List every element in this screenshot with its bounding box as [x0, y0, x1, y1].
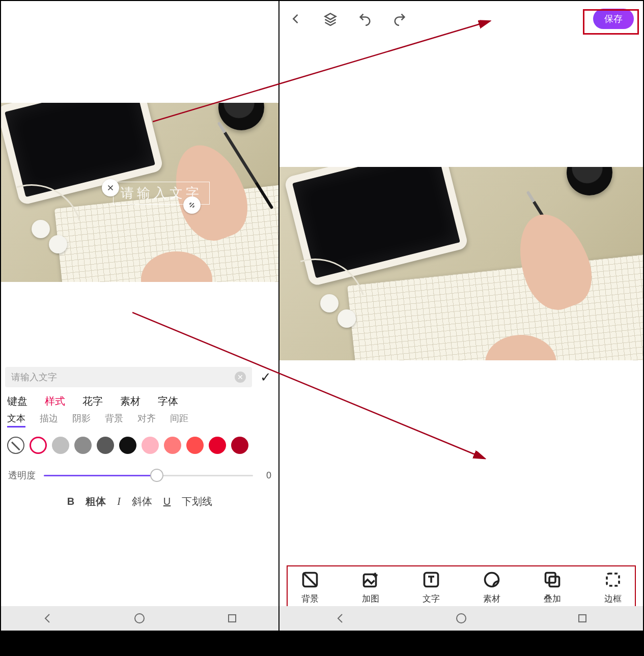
- swatch[interactable]: [97, 437, 114, 454]
- annotation-arrow-save: [153, 17, 499, 124]
- italic-label[interactable]: 斜体: [132, 495, 152, 508]
- svg-line-11: [132, 312, 484, 458]
- opacity-value: 0: [261, 470, 271, 481]
- opacity-label: 透明度: [8, 469, 36, 481]
- resize-handle-icon[interactable]: [183, 196, 201, 214]
- underline-label[interactable]: 下划线: [182, 495, 212, 508]
- bold-label[interactable]: 粗体: [86, 495, 106, 508]
- subtab-bg[interactable]: 背景: [105, 412, 123, 424]
- nav-home-icon[interactable]: [133, 612, 146, 624]
- swatch-selected[interactable]: [30, 437, 47, 454]
- bold-mark[interactable]: B: [67, 496, 74, 507]
- subtab-text[interactable]: 文本: [7, 412, 25, 424]
- nav-back-icon[interactable]: [334, 612, 346, 624]
- svg-point-0: [135, 614, 144, 623]
- svg-line-10: [153, 21, 489, 122]
- nav-home-icon[interactable]: [455, 612, 467, 624]
- nav-recent-icon[interactable]: [226, 612, 238, 624]
- underline-mark[interactable]: U: [163, 496, 171, 507]
- swatch[interactable]: [74, 437, 92, 454]
- nav-back-icon[interactable]: [41, 612, 53, 624]
- svg-point-8: [457, 614, 466, 623]
- italic-mark[interactable]: I: [117, 496, 121, 507]
- tab-style[interactable]: 样式: [45, 394, 65, 408]
- format-row: B 粗体 I 斜体 U 下划线: [4, 483, 275, 510]
- tab-keyboard[interactable]: 键盘: [7, 394, 27, 408]
- tab-fancy[interactable]: 花字: [82, 394, 103, 408]
- nav-recent-icon[interactable]: [576, 612, 589, 624]
- delete-handle-icon[interactable]: [102, 179, 119, 196]
- swatch-none[interactable]: [7, 437, 24, 454]
- subtab-stroke[interactable]: 描边: [40, 412, 58, 424]
- android-navbar: [1, 606, 278, 631]
- android-navbar: [279, 606, 643, 631]
- svg-rect-1: [229, 615, 236, 622]
- annotation-arrow-tools: [132, 310, 489, 463]
- canvas[interactable]: 请输入文字: [1, 103, 278, 282]
- text-input-placeholder: 请输入文字: [11, 371, 57, 383]
- annotation-box-save: [583, 9, 639, 35]
- opacity-slider[interactable]: [44, 475, 253, 476]
- subtab-shadow[interactable]: 阴影: [72, 412, 91, 424]
- swatch[interactable]: [52, 437, 69, 454]
- svg-rect-9: [579, 615, 586, 622]
